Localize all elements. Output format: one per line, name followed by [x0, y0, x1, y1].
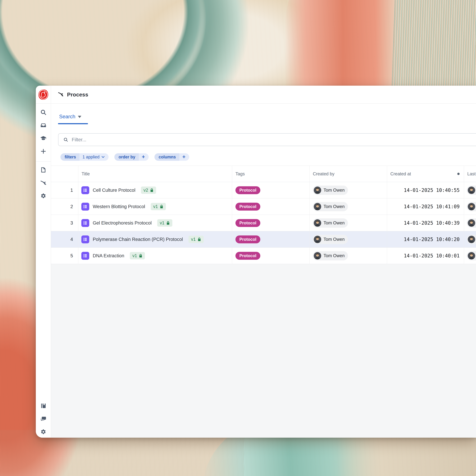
filter-row [58, 133, 476, 146]
filter-input[interactable] [72, 137, 476, 142]
column-header-created-at[interactable]: Created at [387, 166, 464, 182]
column-header-title[interactable]: Title [78, 166, 232, 182]
gear-icon [40, 193, 47, 199]
sidebar-item-process[interactable] [40, 179, 47, 187]
active-tab-underline [58, 123, 88, 124]
creator-pill: Tom Owen [313, 251, 348, 260]
column-header-last[interactable]: Last [464, 166, 476, 182]
avatar [468, 252, 475, 259]
avatar [468, 236, 475, 243]
columns-chip[interactable]: columns + [154, 153, 189, 161]
tabs-row: Search [51, 104, 476, 133]
filters-chip[interactable]: filters 1 applied [60, 153, 109, 161]
sidebar [36, 104, 51, 438]
last-edited-by-pill: Tom Owen [467, 186, 476, 195]
row-index: 5 [51, 248, 78, 264]
page-title: Process [67, 91, 88, 98]
lock-icon [198, 238, 201, 241]
avatar [468, 219, 475, 227]
sidebar-item-documents[interactable] [40, 166, 47, 174]
version-badge: v1 [188, 236, 204, 243]
last-edited-by-pill: Tom Owen [467, 202, 476, 211]
tag-badge: Protocol [236, 203, 260, 211]
creator-name: Tom Owen [323, 204, 345, 209]
avatar [468, 203, 475, 210]
row-title: Gel Electrophoresis Protocol [93, 220, 152, 226]
plus-icon: + [142, 154, 145, 159]
version-badge: v1 [130, 252, 145, 259]
column-header-tags[interactable]: Tags [232, 166, 310, 182]
sort-indicator-dot [457, 173, 459, 175]
avatar [314, 203, 321, 210]
sidebar-item-new[interactable] [40, 148, 47, 155]
creator-name: Tom Owen [323, 253, 345, 258]
row-title: Western Blotting Protocol [93, 204, 145, 209]
last-edited-by-pill: Tom Owen [467, 235, 476, 244]
row-index: 3 [51, 215, 78, 231]
lock-icon [160, 205, 163, 209]
tab-search[interactable]: Search [59, 114, 81, 119]
row-index: 1 [51, 182, 78, 198]
tag-badge: Protocol [236, 219, 260, 227]
lock-icon [139, 254, 142, 258]
protocol-list-icon [81, 252, 89, 260]
sidebar-item-library[interactable] [40, 402, 47, 409]
table-row[interactable]: 2 Western Blotting Protocol v1 Protocol [51, 199, 476, 215]
filter-input-box[interactable] [58, 133, 476, 146]
tag-badge: Protocol [236, 252, 260, 260]
graduation-cap-icon [40, 135, 47, 142]
version-badge: v1 [151, 203, 166, 210]
row-title: Polymerase Chain Reaction (PCR) Protocol [93, 237, 183, 242]
column-header-created-by[interactable]: Created by [310, 166, 387, 182]
main-content: Search filters 1 applied [51, 104, 476, 438]
table-row-selected[interactable]: 4 Polymerase Chain Reaction (PCR) Protoc… [51, 231, 476, 248]
sidebar-item-preferences[interactable] [40, 428, 47, 436]
created-at-value: 14-01-2025 10:40:39 [387, 215, 464, 231]
columns-chip-label: columns [154, 153, 179, 161]
order-by-chip-label: order by [114, 153, 139, 161]
order-by-chip[interactable]: order by + [114, 153, 149, 161]
sidebar-item-settings[interactable] [40, 192, 47, 200]
created-at-value: 14-01-2025 10:40:01 [387, 248, 464, 264]
tag-badge: Protocol [236, 186, 260, 194]
row-title: Cell Culture Protocol [93, 187, 136, 193]
creator-name: Tom Owen [323, 221, 345, 225]
sidebar-item-search[interactable] [40, 109, 47, 116]
chevron-down-icon [78, 116, 81, 118]
table-row[interactable]: 1 Cell Culture Protocol v2 Protocol [51, 182, 476, 199]
red-seal-logo-icon [37, 89, 49, 101]
last-edited-by-pill: Tom Owen [467, 251, 476, 260]
table-row[interactable]: 3 Gel Electrophoresis Protocol v1 Protoc… [51, 215, 476, 231]
column-header-index[interactable] [51, 166, 78, 182]
plus-icon: + [182, 154, 186, 159]
tag-badge: Protocol [236, 236, 260, 243]
tab-search-label: Search [59, 114, 75, 119]
version-badge: v1 [157, 219, 172, 227]
table-header-row: Title Tags Created by Created at Last [51, 166, 476, 182]
search-icon [40, 109, 47, 115]
sidebar-item-academy[interactable] [40, 135, 47, 142]
table-row[interactable]: 5 DNA Extraction v1 Protocol [51, 248, 476, 264]
last-edited-by-pill: Tom Owen [467, 218, 476, 228]
flow-branch-icon [40, 180, 47, 186]
sidebar-item-chat[interactable] [40, 415, 47, 423]
document-icon [40, 167, 46, 173]
avatar [468, 187, 475, 194]
creator-pill: Tom Owen [313, 235, 348, 244]
app-window: Process [36, 86, 476, 438]
app-logo[interactable] [36, 86, 51, 103]
sidebar-divider [36, 161, 51, 162]
filter-chips-row: filters 1 applied order by + columns + [60, 153, 476, 161]
protocol-list-icon [81, 186, 89, 194]
filters-chip-label: filters [60, 153, 80, 161]
content-empty-area [51, 264, 476, 438]
created-at-value: 14-01-2025 10:40:20 [387, 231, 464, 247]
protocol-list-icon [81, 236, 89, 243]
chat-icon [40, 416, 47, 422]
creator-pill: Tom Owen [313, 218, 348, 228]
row-title: DNA Extraction [93, 253, 124, 258]
plus-icon [40, 148, 46, 154]
search-icon [63, 137, 68, 142]
filters-chip-value: 1 applied [83, 154, 100, 159]
sidebar-item-inbox[interactable] [40, 121, 47, 129]
